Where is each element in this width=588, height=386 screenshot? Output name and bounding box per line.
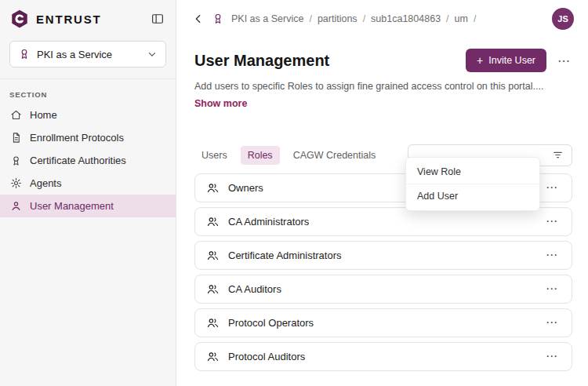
menu-item-add-user[interactable]: Add User <box>406 184 539 208</box>
role-actions-button[interactable]: ⋯ <box>544 180 561 195</box>
sidebar-item-label: User Management <box>30 200 114 212</box>
tab-cagw-credentials[interactable]: CAGW Credentials <box>286 146 383 165</box>
brand-wordmark: ENTRUST <box>36 13 101 26</box>
ribbon-badge-icon <box>18 48 31 60</box>
sidebar-item-certificate-authorities[interactable]: Certificate Authorities <box>0 149 176 172</box>
chevron-down-icon <box>147 49 158 60</box>
role-name: Certificate Administrators <box>228 249 342 261</box>
role-context-menu: View Role Add User <box>405 157 540 211</box>
chevron-left-icon <box>192 13 205 25</box>
entrust-hexagon-logo-icon <box>9 9 30 29</box>
tab-roles[interactable]: Roles <box>241 146 280 165</box>
role-name: Protocol Operators <box>228 317 314 329</box>
breadcrumb-separator: / <box>446 13 448 24</box>
breadcrumb-item[interactable]: partitions <box>318 13 358 24</box>
page-content: User Management + Invite User ⋯ Add user… <box>176 38 588 386</box>
sidebar-item-label: Enrollment Protocols <box>30 132 124 144</box>
gear-icon <box>10 177 22 189</box>
page-header: User Management + Invite User ⋯ <box>194 49 572 72</box>
ribbon-badge-icon <box>212 13 224 25</box>
show-more-link[interactable]: Show more <box>194 98 247 109</box>
document-icon <box>10 132 22 144</box>
sidebar: ENTRUST PKI as a Service <box>0 0 176 386</box>
breadcrumb-separator: / <box>363 13 365 24</box>
filter-icon <box>552 149 564 161</box>
role-actions-button[interactable]: ⋯ <box>544 349 561 363</box>
role-row-protocol-auditors[interactable]: Protocol Auditors ⋯ <box>194 342 572 371</box>
sidebar-collapse-button[interactable] <box>149 10 166 27</box>
back-button[interactable] <box>192 13 205 25</box>
invite-user-button[interactable]: + Invite User <box>466 49 546 72</box>
people-icon <box>206 316 220 330</box>
filter-button[interactable] <box>550 147 565 162</box>
sidebar-item-label: Home <box>30 109 57 121</box>
sidebar-nav: Home Enrollment Protocols Certificate Au… <box>0 104 176 217</box>
role-actions-button[interactable]: ⋯ <box>544 214 561 228</box>
certificate-seal-icon <box>10 155 22 166</box>
role-row-ca-auditors[interactable]: CA Auditors ⋯ <box>194 275 572 304</box>
sidebar-item-enrollment-protocols[interactable]: Enrollment Protocols <box>0 126 176 149</box>
menu-item-view-role[interactable]: View Role <box>406 160 539 184</box>
service-selector-label: PKI as a Service <box>37 49 112 60</box>
sidebar-item-user-management[interactable]: User Management <box>0 195 176 217</box>
tab-users[interactable]: Users <box>194 146 234 165</box>
people-icon <box>206 350 220 363</box>
role-row-ca-administrators[interactable]: CA Administrators ⋯ <box>194 207 572 236</box>
page-more-button[interactable]: ⋯ <box>556 53 572 68</box>
sidebar-item-label: Agents <box>30 177 61 189</box>
sidebar-item-home[interactable]: Home <box>0 104 176 126</box>
role-actions-button[interactable]: ⋯ <box>544 248 561 262</box>
breadcrumb-item[interactable]: um <box>455 13 468 24</box>
role-name: Protocol Auditors <box>228 351 305 362</box>
user-avatar[interactable]: JS <box>552 8 574 30</box>
plus-icon: + <box>477 55 483 66</box>
people-icon <box>206 249 220 262</box>
breadcrumb-separator: / <box>474 13 476 24</box>
people-icon <box>206 181 220 195</box>
people-icon <box>206 282 220 296</box>
person-icon <box>10 200 22 212</box>
page-title: User Management <box>194 52 329 70</box>
panel-collapse-icon <box>151 12 165 26</box>
role-row-certificate-administrators[interactable]: Certificate Administrators ⋯ <box>194 241 572 270</box>
role-row-protocol-operators[interactable]: Protocol Operators ⋯ <box>194 308 572 337</box>
invite-user-label: Invite User <box>488 55 535 66</box>
breadcrumb: PKI as a Service / partitions / sub1ca18… <box>231 13 476 24</box>
people-icon <box>206 215 220 228</box>
role-actions-button[interactable]: ⋯ <box>544 282 561 296</box>
section-label: SECTION <box>9 90 166 99</box>
sidebar-item-agents[interactable]: Agents <box>0 172 176 195</box>
brand-logo: ENTRUST <box>9 8 166 30</box>
sidebar-item-label: Certificate Authorities <box>30 155 126 166</box>
role-name: CA Administrators <box>228 216 309 228</box>
breadcrumb-item[interactable]: sub1ca1804863 <box>371 13 441 24</box>
role-name: CA Auditors <box>228 283 281 295</box>
page-description: Add users to specific Roles to assign fi… <box>194 80 572 93</box>
breadcrumb-bar: PKI as a Service / partitions / sub1ca18… <box>176 0 588 38</box>
sidebar-header: ENTRUST PKI as a Service <box>0 0 176 79</box>
role-name: Owners <box>228 182 263 194</box>
main-panel: PKI as a Service / partitions / sub1ca18… <box>176 0 588 386</box>
breadcrumb-item[interactable]: PKI as a Service <box>231 13 303 24</box>
service-selector[interactable]: PKI as a Service <box>9 41 166 67</box>
role-actions-button[interactable]: ⋯ <box>544 315 561 330</box>
home-icon <box>10 109 22 121</box>
breadcrumb-separator: / <box>309 13 311 24</box>
